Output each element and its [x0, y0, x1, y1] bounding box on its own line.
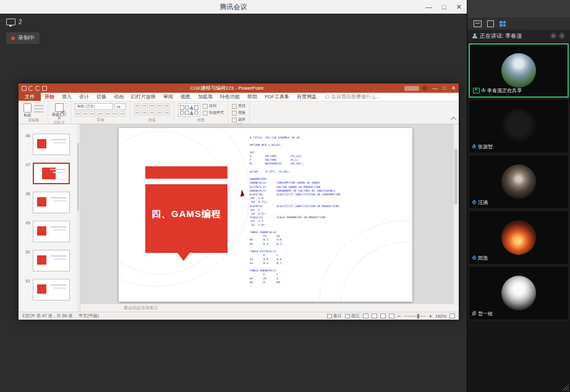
meeting-minimize-button[interactable]: — — [425, 3, 432, 11]
ppt-tab-file[interactable]: 文件 — [19, 93, 41, 101]
slideshow-button[interactable] — [389, 313, 394, 318]
reading-view-button[interactable] — [380, 313, 386, 318]
strikethrough-button[interactable] — [97, 111, 103, 117]
canvas-scrollbar[interactable] — [453, 124, 459, 304]
select-button[interactable]: 选择 — [232, 117, 245, 122]
user-avatar[interactable] — [422, 85, 428, 91]
layout-icon[interactable] — [487, 20, 494, 27]
text-direction-button[interactable] — [164, 110, 170, 116]
justify-button[interactable] — [156, 110, 163, 116]
font-name-select[interactable]: 等线 (正文) — [75, 103, 113, 110]
thumbnail-scrollbar[interactable] — [77, 124, 80, 312]
ribbon-collapse-button[interactable] — [451, 117, 457, 123]
clipboard-mini-buttons[interactable] — [34, 103, 44, 114]
zoom-out-button[interactable] — [398, 316, 401, 317]
new-slide-label: 新建幻灯片 — [52, 113, 67, 120]
paste-button[interactable]: 粘贴 — [23, 103, 32, 117]
group-label-paragraph: 段落 — [148, 117, 156, 124]
ribbon-group-slides: 新建幻灯片 幻灯片 — [48, 101, 71, 124]
screen-share-count[interactable]: 2 — [6, 19, 22, 25]
ppt-tab-10[interactable]: 帮助 — [244, 93, 261, 101]
participant-label: 田浩 — [472, 255, 488, 262]
numbered-list-button[interactable] — [142, 103, 148, 109]
participant-tile[interactable]: 汪涵 — [469, 155, 569, 209]
participant-tile[interactable]: 张源智 — [469, 99, 569, 153]
account-badge[interactable] — [404, 86, 419, 91]
slide-thumbnail-50[interactable]: 50 — [19, 248, 80, 273]
notes-pane[interactable]: 单击此处添加备注 — [80, 304, 459, 312]
thumbnail-number: 50 — [23, 250, 30, 254]
participant-name: 李春顶正在共享 — [487, 87, 522, 94]
align-center-button[interactable] — [142, 110, 148, 116]
bold-button[interactable] — [75, 111, 81, 117]
normal-view-button[interactable] — [363, 313, 368, 318]
slide-thumbnails: 464748495051 — [19, 132, 80, 302]
ppt-tab-6[interactable]: 审阅 — [160, 93, 177, 101]
underline-button[interactable] — [90, 111, 96, 117]
align-left-button[interactable] — [134, 110, 140, 116]
save-icon[interactable] — [22, 86, 27, 91]
participant-tile[interactable]: 田浩 — [469, 210, 569, 265]
replace-button[interactable]: 替换 — [232, 110, 245, 116]
ppt-tab-5[interactable]: 幻灯片放映 — [127, 93, 160, 101]
slide-thumbnail-51[interactable]: 51 — [19, 277, 80, 302]
ppt-close-button[interactable]: ✕ — [451, 85, 456, 91]
decrease-indent-button[interactable] — [149, 103, 155, 109]
find-button[interactable]: 查找 — [232, 103, 245, 109]
font-size-select[interactable]: 18 — [114, 103, 126, 110]
fit-to-window-button[interactable] — [449, 313, 455, 318]
increase-indent-button[interactable] — [156, 103, 163, 109]
raise-hand-icon[interactable] — [550, 33, 556, 39]
recording-indicator[interactable]: 录制中 — [6, 32, 40, 44]
comments-toggle-button[interactable]: 批注 — [345, 313, 360, 319]
arrange-button[interactable]: 排列 — [203, 103, 224, 109]
shapes-gallery[interactable] — [178, 103, 200, 117]
undo-icon[interactable] — [28, 86, 33, 91]
ppt-tab-8[interactable]: 加载项 — [194, 93, 216, 101]
collapse-panel-icon[interactable] — [474, 20, 482, 27]
ppt-tab-11[interactable]: PDF工具集 — [261, 93, 293, 101]
text-shadow-button[interactable] — [104, 111, 111, 117]
line-spacing-button[interactable] — [164, 103, 170, 109]
align-right-button[interactable] — [149, 110, 155, 116]
quick-styles-icon — [203, 111, 208, 116]
slide-thumbnail-46[interactable]: 46 — [19, 132, 80, 157]
slide-sorter-button[interactable] — [372, 313, 377, 318]
font-color-button[interactable] — [119, 111, 125, 117]
grid-view-icon[interactable] — [500, 21, 506, 27]
participant-tile[interactable]: 曾一栿 — [469, 266, 569, 320]
highlight-color-button[interactable] — [112, 111, 118, 117]
ppt-tab-3[interactable]: 切换 — [93, 93, 110, 101]
ppt-tab-4[interactable]: 动画 — [110, 93, 127, 101]
ribbon-group-paragraph: 段落 — [130, 101, 174, 124]
start-slideshow-icon[interactable] — [42, 86, 47, 91]
tell-me-search[interactable]: 告诉我你想要做什么... — [325, 93, 380, 101]
participant-avatar — [501, 164, 536, 199]
new-slide-button[interactable]: 新建幻灯片 — [52, 103, 67, 120]
participant-name: 张源智 — [478, 143, 493, 150]
italic-button[interactable] — [82, 111, 88, 117]
reaction-icon[interactable] — [559, 33, 565, 39]
slide-thumbnail-48[interactable]: 48 — [19, 190, 80, 215]
ppt-tab-9[interactable]: 特色功能 — [216, 93, 244, 101]
slide-thumbnail-49[interactable]: 49 — [19, 219, 80, 244]
thumbnail-number: 46 — [23, 134, 30, 138]
ppt-tab-2[interactable]: 设计 — [75, 93, 93, 101]
ppt-minimize-button[interactable]: — — [432, 85, 437, 91]
zoom-in-button[interactable] — [429, 315, 432, 318]
meeting-close-button[interactable]: ✕ — [456, 3, 462, 11]
participant-tile[interactable]: 李春顶正在共享 — [469, 43, 569, 98]
ppt-tab-12[interactable]: 百度网盘 — [293, 93, 320, 101]
redo-icon[interactable] — [35, 86, 40, 91]
zoom-slider[interactable] — [404, 316, 426, 317]
notes-toggle-button[interactable]: 备注 — [327, 313, 342, 319]
ppt-tab-7[interactable]: 视图 — [177, 93, 194, 101]
quick-styles-button[interactable]: 快速样式 — [203, 110, 224, 116]
bullet-list-button[interactable] — [134, 103, 140, 109]
ppt-maximize-button[interactable]: □ — [443, 85, 446, 91]
ppt-tab-1[interactable]: 插入 — [58, 93, 75, 101]
slide-thumbnail-47[interactable]: 47 — [19, 161, 80, 186]
meeting-maximize-button[interactable]: □ — [442, 3, 446, 11]
title-block-tail — [177, 253, 190, 261]
ppt-tab-0[interactable]: 开始 — [41, 93, 58, 101]
